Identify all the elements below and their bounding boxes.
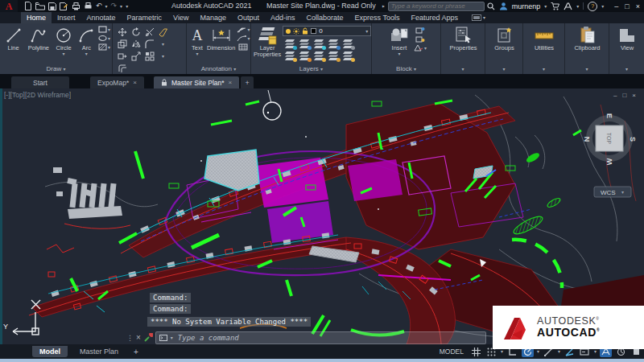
circle-flyout-caret[interactable]: ▾ xyxy=(63,51,65,56)
table-tool[interactable] xyxy=(238,43,248,51)
layer-dropdown-caret[interactable]: ▾ xyxy=(365,29,368,34)
layer-unisolate-icon[interactable] xyxy=(299,39,311,49)
redo-icon[interactable]: ↷ xyxy=(111,2,118,10)
leader-tool[interactable]: ▾ xyxy=(237,26,250,33)
search-flyout-icon[interactable]: ▾ xyxy=(380,5,385,7)
text-tool[interactable]: A Text ▾ xyxy=(189,26,205,56)
ribbon-tab-manage[interactable]: Manage xyxy=(194,12,232,23)
panel-label-groups[interactable]: ▾ xyxy=(485,64,522,74)
recent-commands-caret[interactable]: ▾ xyxy=(171,335,173,340)
print-icon[interactable] xyxy=(84,2,93,10)
arc-flyout-caret[interactable]: ▾ xyxy=(85,51,88,56)
layer-make-current-icon[interactable] xyxy=(284,51,296,61)
ribbon-tab-view[interactable]: View xyxy=(167,12,194,23)
stretch-icon[interactable] xyxy=(118,51,127,61)
rotate-icon[interactable] xyxy=(131,27,141,37)
panel-label-clipboard[interactable]: ▾ xyxy=(565,64,609,74)
panel-label-draw[interactable]: Draw ▾ xyxy=(0,64,112,74)
undo-dropdown-caret[interactable]: ▾ xyxy=(105,4,108,9)
fillet-icon[interactable] xyxy=(145,39,155,49)
close-tab-icon[interactable]: × xyxy=(229,79,233,86)
ribbon-tab-addins[interactable]: Add-ins xyxy=(265,12,301,23)
polyline-tool[interactable]: Polyline xyxy=(26,26,51,51)
open-folder-icon[interactable] xyxy=(35,2,45,10)
new-drawing-tab-button[interactable]: + xyxy=(241,76,254,88)
insert-flyout-caret[interactable]: ▾ xyxy=(398,51,400,56)
ellipse-tool[interactable]: ▾ xyxy=(98,35,110,42)
new-file-icon[interactable] xyxy=(24,2,32,10)
file-tab-start[interactable]: Start xyxy=(11,76,69,88)
utilities-tool[interactable]: Utilities xyxy=(526,26,563,51)
arc-tool[interactable]: Arc ▾ xyxy=(76,26,97,56)
search-input[interactable] xyxy=(388,2,485,11)
circle-tool[interactable]: Circle ▾ xyxy=(52,26,74,56)
multileader-tool[interactable]: ▾ xyxy=(237,35,250,42)
user-dropdown-caret[interactable]: ▾ xyxy=(544,4,547,9)
dimension-tool[interactable]: Dimension xyxy=(207,26,235,51)
command-input-field[interactable]: ▾ xyxy=(155,331,486,344)
application-menu-button[interactable]: A xyxy=(0,0,18,12)
erase-icon[interactable] xyxy=(159,27,168,37)
layer-walk-icon[interactable] xyxy=(328,51,340,61)
array-flyout-caret[interactable]: ▾ xyxy=(162,54,164,59)
insert-block-tool[interactable]: Insert ▾ xyxy=(386,26,412,56)
redo-dropdown-caret[interactable]: ▾ xyxy=(120,4,122,9)
wcs-dropdown[interactable]: WCS ▾ xyxy=(594,187,631,197)
undo-icon[interactable]: ↶ xyxy=(96,2,102,10)
write-block-tool[interactable] xyxy=(415,35,425,43)
ribbon-display-toggle[interactable]: ▾ xyxy=(472,12,485,23)
line-tool[interactable]: Line xyxy=(2,26,24,51)
rectangle-tool[interactable]: ▾ xyxy=(98,26,110,33)
command-input[interactable] xyxy=(176,333,482,343)
plot-icon[interactable] xyxy=(72,2,80,10)
snap-caret[interactable]: ▾ xyxy=(501,349,503,354)
layer-dropdown[interactable]: 0 ▾ xyxy=(283,26,371,36)
panel-label-properties[interactable]: ▾ xyxy=(441,64,485,74)
doc-restore-button[interactable]: □ xyxy=(622,92,626,99)
tracking-caret[interactable]: ▾ xyxy=(558,349,560,354)
help-icon[interactable]: ? xyxy=(588,2,597,11)
model-tab[interactable]: Model xyxy=(32,346,68,357)
ribbon-tab-collaborate[interactable]: Collaborate xyxy=(301,12,349,23)
offset-icon[interactable] xyxy=(118,64,127,73)
viewcube[interactable]: TOP N E S W xyxy=(583,113,637,165)
doc-minimize-button[interactable]: – xyxy=(613,92,617,99)
ribbon-tab-annotate[interactable]: Annotate xyxy=(81,12,122,23)
customize-wrench-icon[interactable] xyxy=(143,333,153,343)
create-block-tool[interactable] xyxy=(415,27,425,34)
array-icon[interactable] xyxy=(145,51,155,61)
panel-label-layers[interactable]: Layers ▾ xyxy=(251,64,371,74)
ribbon-tab-insert[interactable]: Insert xyxy=(52,12,81,23)
ribbon-tab-featured-apps[interactable]: Featured Apps xyxy=(405,12,464,23)
new-layout-button[interactable]: + xyxy=(130,348,142,356)
qat-customize-caret[interactable]: ▾ xyxy=(126,4,128,9)
doc-close-button[interactable]: × xyxy=(632,92,636,99)
minimize-button[interactable]: – xyxy=(614,2,618,10)
layer-previous-icon[interactable] xyxy=(313,51,325,61)
save-as-icon[interactable] xyxy=(60,2,68,10)
panel-label-utilities[interactable]: ▾ xyxy=(523,64,564,74)
text-flyout-caret[interactable]: ▾ xyxy=(196,51,198,56)
scale-icon[interactable] xyxy=(131,51,141,61)
polar-caret[interactable]: ▾ xyxy=(537,349,539,354)
layer-lock-icon[interactable] xyxy=(342,39,354,49)
autodesk-dropdown-caret[interactable]: ▾ xyxy=(576,4,579,9)
properties-tool[interactable]: Properties xyxy=(444,26,483,51)
mirror-icon[interactable] xyxy=(131,39,141,49)
grid-display-icon[interactable] xyxy=(470,346,482,357)
panel-label-block[interactable]: Block ▾ xyxy=(372,64,440,74)
autodesk-account-icon[interactable] xyxy=(564,2,572,10)
hatch-tool[interactable]: ▾ xyxy=(98,43,110,51)
viewport-controls[interactable]: [-][Top][2D Wireframe] xyxy=(4,91,71,99)
layer-match-icon[interactable] xyxy=(299,51,311,61)
clipboard-tool[interactable]: Clipboard xyxy=(568,26,607,51)
save-icon[interactable] xyxy=(48,2,56,10)
ribbon-tab-home[interactable]: Home xyxy=(21,12,52,23)
ribbon-tab-output[interactable]: Output xyxy=(232,12,265,23)
layer-isolate-icon[interactable] xyxy=(284,39,296,49)
file-tab-expomap[interactable]: ExpoMap*× xyxy=(90,76,144,88)
username-label[interactable]: murnenp xyxy=(512,2,541,10)
search-icon[interactable] xyxy=(487,2,495,10)
dyn-caret[interactable]: ▾ xyxy=(594,349,597,354)
close-button[interactable]: × xyxy=(636,2,640,10)
